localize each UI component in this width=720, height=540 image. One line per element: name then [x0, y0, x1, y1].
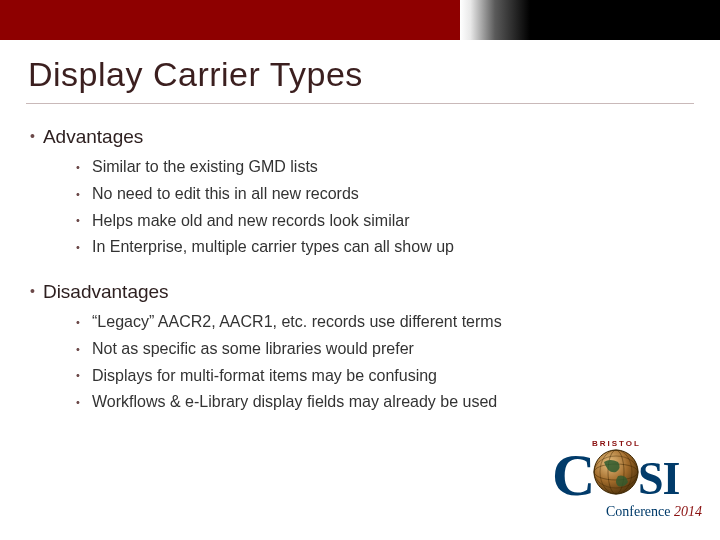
list-item: •“Legacy” AACR2, AACR1, etc. records use…	[76, 309, 690, 336]
bullet-icon: •	[76, 362, 86, 388]
list-item-label: “Legacy” AACR2, AACR1, etc. records use …	[92, 313, 502, 330]
header-bar	[0, 0, 720, 40]
logo-conference-word: Conference	[606, 504, 671, 519]
list-item: •Workflows & e-Library display fields ma…	[76, 389, 690, 416]
logo-conference-line: Conference 2014	[552, 504, 702, 520]
section-heading-disadvantages: •Disadvantages	[30, 281, 690, 303]
list-item-label: No need to edit this in all new records	[92, 185, 359, 202]
list-item-label: Displays for multi-format items may be c…	[92, 367, 437, 384]
bullet-icon: •	[76, 181, 86, 207]
cosi-logo: BRISTOL C SI Conference 2014	[552, 446, 702, 528]
bullet-icon: •	[76, 234, 86, 260]
header-bar-red	[0, 0, 460, 40]
title-underline	[26, 103, 694, 104]
bullet-icon: •	[76, 336, 86, 362]
list-item: •Displays for multi-format items may be …	[76, 363, 690, 390]
globe-icon	[592, 448, 640, 496]
section-heading-advantages: •Advantages	[30, 126, 690, 148]
list-item: •No need to edit this in all new records	[76, 181, 690, 208]
list-item-label: Workflows & e-Library display fields may…	[92, 393, 497, 410]
bullet-icon: •	[30, 283, 35, 299]
list-item: •Similar to the existing GMD lists	[76, 154, 690, 181]
logo-letter-c: C	[552, 441, 595, 510]
bullet-icon: •	[76, 154, 86, 180]
header-bar-gradient	[460, 0, 530, 40]
slide-body: •Advantages •Similar to the existing GMD…	[30, 122, 690, 426]
list-item-label: Not as specific as some libraries would …	[92, 340, 414, 357]
logo-year: 2014	[674, 504, 702, 519]
list-item: •In Enterprise, multiple carrier types c…	[76, 234, 690, 261]
list-item: •Helps make old and new records look sim…	[76, 208, 690, 235]
disadvantages-list: •“Legacy” AACR2, AACR1, etc. records use…	[76, 309, 690, 416]
bullet-icon: •	[76, 207, 86, 233]
bullet-icon: •	[76, 309, 86, 335]
list-item-label: Similar to the existing GMD lists	[92, 158, 318, 175]
advantages-list: •Similar to the existing GMD lists •No n…	[76, 154, 690, 261]
list-item-label: Helps make old and new records look simi…	[92, 212, 409, 229]
section-heading-label: Advantages	[43, 126, 143, 147]
slide-title: Display Carrier Types	[28, 55, 363, 94]
list-item-label: In Enterprise, multiple carrier types ca…	[92, 238, 454, 255]
bullet-icon: •	[76, 389, 86, 415]
header-bar-black	[530, 0, 720, 40]
logo-letters-si: SI	[638, 452, 679, 505]
list-item: •Not as specific as some libraries would…	[76, 336, 690, 363]
bullet-icon: •	[30, 128, 35, 144]
section-heading-label: Disadvantages	[43, 281, 169, 302]
logo-arch-text: BRISTOL	[592, 439, 640, 448]
